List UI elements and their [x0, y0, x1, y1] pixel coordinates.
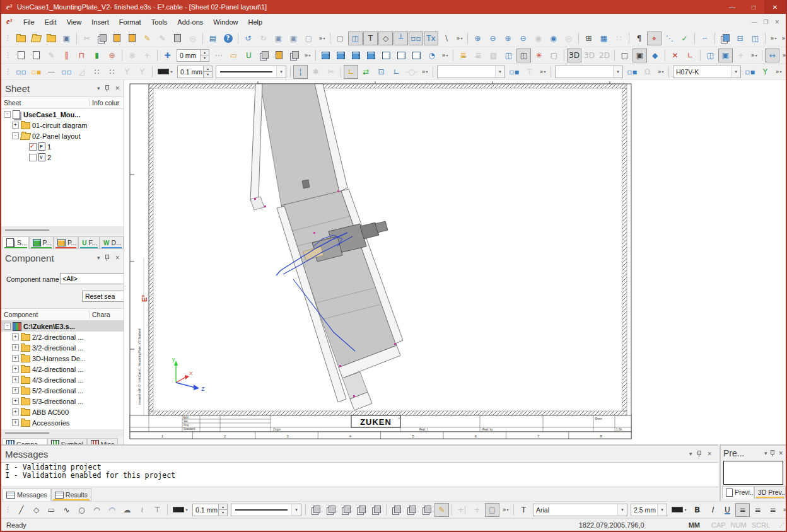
paste-special-button[interactable]	[125, 32, 139, 45]
component-panel-menu-icon[interactable]: ▾	[97, 255, 100, 261]
sheet-tree-scrollbar[interactable]	[1, 226, 124, 234]
axis-system-button[interactable]: ∟	[683, 49, 697, 62]
draw-zigzag-button[interactable]: ≀	[135, 503, 149, 517]
junction-star-button[interactable]: ✱	[308, 65, 323, 79]
connection-middle-button[interactable]: ╌	[697, 32, 712, 45]
reset-search-button[interactable]: Reset sea	[82, 291, 124, 302]
toggle-insert-points-button[interactable]: ▫▫	[409, 32, 423, 45]
shape-line-color-button[interactable]: ▾	[170, 503, 190, 517]
shape-line-width-spinner[interactable]: ▴▾	[218, 504, 227, 516]
print-button[interactable]: ▤	[206, 32, 220, 45]
signal-name-combo[interactable]: ▾	[437, 66, 505, 78]
zoom-window-button[interactable]: ⊕	[470, 32, 485, 45]
select-group-button[interactable]	[354, 503, 368, 517]
snap-reference-button[interactable]: ∷	[612, 32, 626, 45]
grid-size-combo[interactable]: 0 mm▴▾	[177, 49, 209, 62]
move-free-button[interactable]: +	[470, 503, 484, 517]
more-sheet-button[interactable]: »▾	[302, 49, 313, 62]
slot-marker-button[interactable]: ✳	[532, 49, 546, 62]
wire-type-combo[interactable]: H07V-K▾	[673, 66, 741, 78]
more-text-button[interactable]: »▾	[781, 503, 787, 517]
component-panel-pin-icon[interactable]	[105, 255, 110, 261]
face-view-button[interactable]: ▣	[633, 49, 647, 62]
resize-grip[interactable]: ⋰	[779, 522, 784, 528]
chevron-down-icon[interactable]: ▾	[613, 66, 622, 78]
zoom-selection-button[interactable]: ◉	[546, 32, 561, 45]
sheet-panel-close-icon[interactable]: ✕	[115, 85, 120, 91]
tab-p[interactable]: P...	[54, 236, 78, 249]
layer-locked-button[interactable]: ≣	[471, 49, 486, 62]
zoom-region-button[interactable]: ◉	[531, 32, 545, 45]
paste-link-button[interactable]	[170, 32, 185, 45]
tab-messages[interactable]: Messages	[3, 489, 51, 501]
chevron-down-icon[interactable]: ▾	[276, 66, 286, 78]
text-mode-button[interactable]: T	[363, 32, 378, 45]
zoom-lock-button[interactable]: ◎	[561, 32, 576, 45]
tab-previ[interactable]: Previ...	[722, 486, 754, 499]
spin-up-icon[interactable]: ▴	[201, 50, 209, 56]
draw-arc-tangent-button[interactable]: ◠	[105, 503, 119, 517]
chevron-down-icon[interactable]: ▾	[291, 504, 301, 516]
tab-p[interactable]: P...	[29, 236, 54, 249]
tree-item[interactable]: +5/2-directional ...	[1, 385, 124, 396]
select-lasso-button[interactable]: ▢	[485, 503, 499, 517]
cut-connection-button[interactable]: ✂	[324, 65, 338, 79]
font-family-combo[interactable]: Arial▾	[533, 504, 627, 516]
verify-connections-button[interactable]: ✓	[677, 32, 692, 45]
expander-icon[interactable]: +	[12, 419, 19, 426]
order-swap-button[interactable]	[419, 503, 434, 517]
minimize-button[interactable]: —	[721, 0, 743, 14]
open-project-button[interactable]	[29, 32, 44, 45]
shape-line-style-combo[interactable]: ▾	[231, 504, 301, 516]
messages-menu-icon[interactable]: ▾	[689, 451, 692, 457]
draw-line-button[interactable]: ╱	[14, 503, 28, 517]
more-views-button[interactable]: »▾	[440, 49, 450, 62]
underline-button[interactable]: U	[720, 503, 735, 517]
align-nodes-button[interactable]: +|	[455, 503, 469, 517]
spin-up-icon[interactable]: ▴	[219, 504, 227, 511]
spin-up-icon[interactable]: ▴	[204, 66, 212, 72]
new-sheet-button[interactable]	[14, 49, 28, 62]
draw-cloud-button[interactable]: ☁	[120, 503, 134, 517]
tab-misc[interactable]: Misc	[87, 438, 119, 444]
tree-item[interactable]: +2/2-directional ...	[1, 332, 124, 342]
component-tree-scrollbar[interactable]	[1, 429, 124, 437]
tree-item[interactable]: +3D-Harness De...	[1, 353, 124, 364]
component-column-component[interactable]: Component	[1, 311, 90, 318]
spin-down-icon[interactable]: ▾	[204, 72, 212, 78]
sheet-panel-menu-icon[interactable]: ▾	[97, 85, 100, 91]
zoom-out-button[interactable]: ⊖	[516, 32, 530, 45]
menu-item-insert[interactable]: Insert	[86, 16, 114, 28]
copy-button[interactable]	[95, 32, 109, 45]
maximize-button[interactable]: □	[743, 0, 764, 14]
tree-item[interactable]: +3/2-directional ...	[1, 342, 124, 353]
messages-pin-icon[interactable]	[697, 451, 702, 457]
revision-manager-button[interactable]: ▣	[286, 32, 301, 45]
expander-icon[interactable]: -	[4, 111, 11, 118]
cable-duct-button[interactable]: ▭	[226, 49, 241, 62]
more-clipboard-button[interactable]: »▾	[317, 32, 327, 45]
wye-connect-button[interactable]: Y	[120, 65, 134, 79]
line-style-combo[interactable]: ▾	[216, 66, 286, 78]
undo-button[interactable]: ↺	[241, 32, 255, 45]
signal-tree-button[interactable]: ⊤	[522, 65, 537, 79]
menu-item-edit[interactable]: Edit	[40, 16, 62, 28]
menu-item-help[interactable]: Help	[243, 16, 267, 28]
paste-button[interactable]	[110, 32, 124, 45]
net-region-button[interactable]: ⊡	[374, 65, 388, 79]
chevron-down-icon[interactable]: ▾	[495, 66, 504, 78]
draw-circle-button[interactable]: ○	[74, 503, 89, 517]
menu-item-tools[interactable]: Tools	[146, 16, 173, 28]
cut-button[interactable]: ✂	[79, 32, 94, 45]
edit-vertices-button[interactable]: ✎	[434, 503, 449, 517]
tile-horizontal-button[interactable]: ⊟	[733, 32, 747, 45]
tile-vertical-button[interactable]: ◫	[748, 32, 762, 45]
view-top-button[interactable]	[379, 49, 394, 62]
chevron-down-icon[interactable]: ▾	[617, 504, 627, 516]
expander-icon[interactable]: +	[12, 344, 19, 351]
tree-item[interactable]: -C:\Zuken\E3.s...	[1, 321, 124, 332]
swap-ends-button[interactable]: ⇄	[359, 65, 373, 79]
polyline-gray-button[interactable]: ◿	[74, 65, 89, 79]
assign-net-button[interactable]: ▫▪	[625, 65, 639, 79]
expander-icon[interactable]: +	[12, 366, 19, 373]
